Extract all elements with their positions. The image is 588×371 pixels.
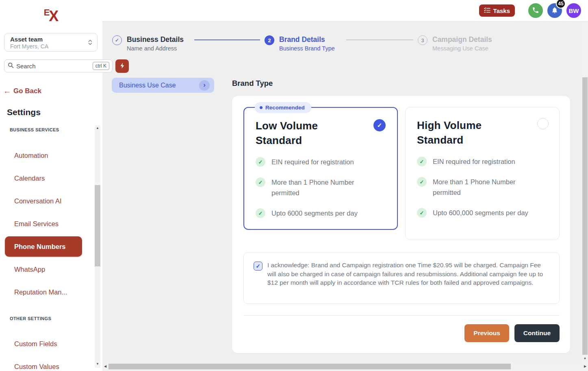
section-label-other-settings: OTHER SETTINGS	[10, 316, 51, 321]
step-sublabel: Messaging Use Case	[432, 44, 492, 53]
feature-text: EIN required for registration	[271, 157, 354, 167]
green-check-icon: ✓	[256, 208, 265, 218]
step-complete-check-icon: ✓	[112, 35, 122, 45]
chevron-right-icon: ›	[199, 80, 210, 91]
brand-type-heading: Brand Type	[232, 79, 273, 88]
phone-icon	[532, 7, 539, 15]
step-campaign-details[interactable]: 3 Campaign Details Messaging Use Case	[418, 35, 492, 53]
scroll-down-arrow-icon[interactable]: ▼	[95, 361, 100, 367]
sidebar-item-label: WhatsApp	[14, 266, 45, 273]
plan-features: ✓ EIN required for registration ✓ More t…	[417, 156, 548, 218]
search-box[interactable]: ctrl K	[4, 59, 113, 72]
notifications-button[interactable]: 45	[547, 3, 562, 18]
plan-radio-unselected[interactable]	[537, 118, 549, 129]
tasks-button[interactable]: Tasks	[479, 4, 515, 17]
account-switcher[interactable]: Asset team Fort Myers, CA	[4, 33, 98, 52]
vertical-scrollbar[interactable]: ▼	[582, 22, 588, 362]
quick-action-button[interactable]	[115, 59, 129, 73]
left-arrow-icon: ←	[3, 87, 11, 96]
horizontal-scrollbar[interactable]: ◀ ▶	[102, 362, 588, 371]
logo-letter-e: E	[44, 7, 49, 17]
lightning-icon	[119, 62, 125, 70]
go-back-label: Go Back	[13, 87, 41, 95]
green-check-icon: ✓	[417, 177, 427, 187]
app-root: EX Asset team Fort Myers, CA ctrl K	[0, 0, 588, 371]
scroll-up-arrow-icon[interactable]: ▲	[95, 125, 100, 131]
search-input[interactable]	[16, 63, 93, 70]
sidebar-item-custom-values[interactable]: Custom Values	[0, 355, 94, 371]
go-back-link[interactable]: ← Go Back	[3, 87, 41, 96]
feature-text: EIN required for registration	[433, 156, 515, 167]
sidebar-item-label: Phone Numbers	[14, 243, 66, 251]
sidebar-item-label: Reputation Man...	[14, 288, 67, 296]
feature-row: ✓ EIN required for registration	[256, 157, 386, 167]
sidebar-nav-business-services: Automation Calendars Conversation AI Ema…	[0, 144, 94, 303]
feature-row: ✓ Upto 600,000 segments per day	[417, 207, 548, 218]
step-sublabel: Business Brand Type	[279, 44, 335, 53]
step-business-details[interactable]: ✓ Business Details Name and Address	[112, 35, 184, 53]
recommended-badge-label: Recommended	[265, 105, 305, 111]
step-label: Brand Details	[279, 35, 335, 44]
sidebar-item-custom-fields[interactable]: Custom Fields	[0, 332, 94, 355]
sidebar-scrollbar[interactable]: ▲ ▼	[95, 125, 100, 368]
green-check-icon: ✓	[417, 208, 427, 218]
plan-features: ✓ EIN required for registration ✓ More t…	[256, 157, 386, 218]
previous-button[interactable]: Previous	[464, 324, 509, 342]
sidebar-item-reputation-management[interactable]: Reputation Man...	[0, 281, 94, 303]
logo-letter-x: X	[49, 8, 59, 24]
feature-text: More than 1 Phone Number permitted	[433, 177, 534, 198]
vertical-scrollbar-thumb[interactable]	[582, 77, 588, 355]
action-buttons: Previous Continue	[464, 324, 560, 342]
sidebar-nav-other-settings: Custom Fields Custom Values	[0, 332, 94, 371]
feature-text: Upto 600,000 segments per day	[433, 207, 528, 218]
feature-text: More than 1 Phone Number permitted	[271, 177, 373, 198]
step-brand-details[interactable]: 2 Brand Details Business Brand Type	[265, 35, 335, 53]
sidebar-item-label: Custom Fields	[14, 340, 57, 348]
sidebar-item-calendars[interactable]: Calendars	[0, 167, 94, 190]
feature-row: ✓ EIN required for registration	[417, 156, 548, 167]
call-button[interactable]	[528, 3, 543, 18]
step-sublabel: Name and Address	[127, 44, 184, 53]
step-label: Campaign Details	[432, 35, 492, 44]
sidebar-item-label: Conversation AI	[14, 197, 61, 205]
step-number: 3	[418, 35, 427, 45]
business-use-case-label: Business Use Case	[119, 82, 176, 89]
acknowledgement-checkbox[interactable]: ✓	[254, 262, 263, 271]
chevron-up-down-icon	[87, 39, 93, 48]
plan-card-high-volume-standard[interactable]: High Volume Standard ✓ EIN required for …	[405, 107, 560, 240]
green-check-icon: ✓	[256, 177, 265, 187]
checklist-icon	[484, 7, 490, 14]
plan-title: Low Volume Standard	[256, 118, 353, 148]
sidebar-item-label: Calendars	[14, 175, 45, 182]
horizontal-scrollbar-thumb[interactable]	[108, 364, 511, 369]
tasks-button-label: Tasks	[493, 7, 510, 14]
search-shortcut-badge: ctrl K	[93, 62, 109, 70]
sidebar-item-label: Email Services	[14, 220, 59, 228]
account-name: Asset team	[10, 36, 85, 43]
user-avatar[interactable]: BW	[566, 3, 581, 18]
search-icon	[8, 62, 14, 70]
bell-icon	[551, 7, 558, 15]
scroll-left-arrow-icon[interactable]: ◀	[102, 362, 108, 371]
plan-selected-check-icon[interactable]: ✓	[373, 119, 386, 131]
sidebar-item-email-services[interactable]: Email Services	[0, 212, 94, 235]
company-logo: EX	[0, 7, 102, 25]
sidebar-item-phone-numbers[interactable]: Phone Numbers	[5, 236, 82, 257]
scroll-down-arrow-icon[interactable]: ▼	[582, 356, 588, 362]
sidebar-item-automation[interactable]: Automation	[0, 144, 94, 167]
sidebar-item-whatsapp[interactable]: WhatsApp	[0, 258, 94, 281]
account-location: Fort Myers, CA	[10, 43, 85, 50]
business-use-case-button[interactable]: Business Use Case ›	[112, 78, 214, 93]
sidebar-scrollbar-thumb[interactable]	[95, 185, 100, 266]
badge-dot-icon	[260, 106, 263, 109]
step-label: Business Details	[127, 35, 184, 44]
acknowledgement-box: ✓ I acknowledge: Brand and Campaign regi…	[243, 252, 560, 304]
topbar: Tasks 45 BW	[102, 0, 588, 22]
plan-card-low-volume-standard[interactable]: Recommended Low Volume Standard ✓ ✓ EIN …	[243, 107, 398, 230]
sidebar-item-conversation-ai[interactable]: Conversation AI	[0, 190, 94, 212]
recommended-badge: Recommended	[255, 102, 311, 113]
continue-button[interactable]: Continue	[514, 324, 560, 342]
section-label-business-services: BUSINESS SERVICES	[10, 127, 59, 132]
feature-text: Upto 6000 segments per day	[271, 208, 358, 218]
scroll-right-arrow-icon[interactable]: ▶	[582, 362, 588, 371]
